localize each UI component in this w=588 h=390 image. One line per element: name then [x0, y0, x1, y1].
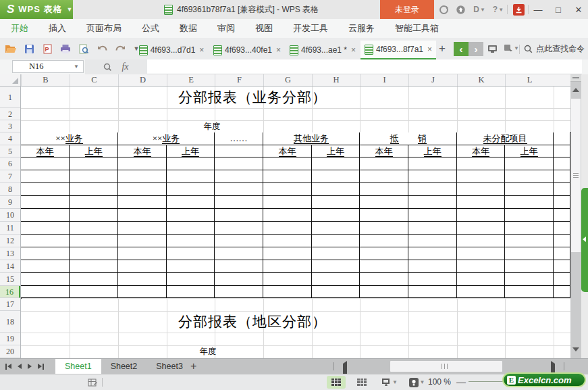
table-body-cell[interactable]	[263, 247, 312, 260]
table-body-cell[interactable]	[215, 222, 263, 235]
last-sheet-button[interactable]	[38, 364, 44, 370]
table-body-cell[interactable]	[312, 196, 360, 209]
table-body-cell[interactable]	[167, 260, 215, 273]
table-body-cell[interactable]	[554, 183, 570, 196]
table-body-cell[interactable]	[21, 273, 70, 286]
maximize-button[interactable]: □	[551, 0, 566, 19]
table-body-cell[interactable]	[505, 170, 554, 183]
export-pdf-icon[interactable]: P	[41, 43, 53, 55]
table-body-cell[interactable]	[408, 157, 457, 170]
menu-tab-9[interactable]: 云服务	[348, 22, 375, 34]
column-header-F[interactable]: F	[215, 74, 263, 86]
table-body-cell[interactable]	[457, 286, 505, 298]
table-body-cell[interactable]	[360, 196, 408, 209]
table-body-cell[interactable]	[167, 273, 215, 286]
table-body-cell[interactable]	[312, 235, 360, 247]
table-header-group[interactable]: ××业务	[21, 132, 118, 145]
column-header-D[interactable]: D	[118, 74, 167, 86]
prev-sheet-button[interactable]	[18, 364, 22, 369]
table-body-cell[interactable]	[505, 209, 554, 222]
column-header-B[interactable]: B	[21, 74, 70, 86]
normal-view-button[interactable]	[327, 376, 346, 389]
table-body-cell[interactable]	[457, 222, 505, 235]
table-body-cell[interactable]	[505, 260, 554, 273]
redo-icon[interactable]	[114, 43, 126, 55]
vertical-scrollbar[interactable]	[570, 74, 581, 358]
table-body-cell[interactable]	[554, 222, 570, 235]
table-body-cell[interactable]	[167, 170, 215, 183]
table-body-cell[interactable]	[167, 247, 215, 260]
table-body-cell[interactable]	[21, 286, 70, 298]
table-body-cell[interactable]	[457, 260, 505, 273]
table-header-group[interactable]: 未分配项目	[457, 132, 554, 145]
table-body-cell[interactable]	[118, 260, 167, 273]
table-body-cell[interactable]	[505, 247, 554, 260]
table-body-cell[interactable]	[554, 260, 570, 273]
close-button[interactable]: ✕	[571, 0, 586, 19]
row-header-11[interactable]: 11	[0, 222, 20, 235]
undo-icon[interactable]	[96, 43, 108, 55]
table-body-cell[interactable]	[70, 222, 118, 235]
table-body-cell[interactable]	[263, 235, 312, 247]
scroll-down-button[interactable]	[570, 341, 581, 358]
table-header-group[interactable]: ××业务	[118, 132, 215, 145]
sync-icon[interactable]	[453, 0, 468, 19]
table-body-cell[interactable]	[215, 260, 263, 273]
table-body-cell[interactable]	[360, 286, 408, 298]
table-body-cell[interactable]	[167, 222, 215, 235]
row-header-8[interactable]: 8	[0, 183, 20, 196]
table-body-cell[interactable]	[505, 222, 554, 235]
refresh-icon[interactable]	[436, 0, 451, 19]
table-body-cell[interactable]	[408, 170, 457, 183]
table-body-cell[interactable]	[215, 286, 263, 298]
table-body-cell[interactable]	[70, 247, 118, 260]
table-body-cell[interactable]	[70, 183, 118, 196]
row-header-5[interactable]: 5	[0, 145, 20, 157]
table-body-cell[interactable]	[457, 183, 505, 196]
table-body-cell[interactable]	[118, 235, 167, 247]
column-header-L[interactable]: L	[505, 74, 554, 86]
table-body-cell[interactable]	[360, 157, 408, 170]
table-body-cell[interactable]	[505, 157, 554, 170]
print-preview-icon[interactable]	[78, 43, 90, 55]
row-header-18[interactable]: 18	[0, 311, 20, 333]
table-body-cell[interactable]	[70, 209, 118, 222]
table-subheader[interactable]: 本年	[118, 145, 167, 157]
workspace-icon[interactable]: ▼	[504, 44, 519, 53]
table-body-cell[interactable]	[554, 286, 570, 298]
table-body-cell[interactable]	[360, 273, 408, 286]
table-body-cell[interactable]	[360, 170, 408, 183]
table-header-group[interactable]	[554, 132, 570, 145]
horizontal-scroll-thumb[interactable]	[390, 361, 502, 372]
sheet-tab-sheet2[interactable]: Sheet2	[101, 359, 147, 374]
row-header-4[interactable]: 4	[0, 132, 20, 145]
table-body-cell[interactable]	[408, 196, 457, 209]
close-tab-icon[interactable]: ×	[276, 45, 281, 55]
row-header-19[interactable]: 19	[0, 333, 20, 345]
table-body-cell[interactable]	[408, 209, 457, 222]
vertical-scroll-thumb[interactable]	[571, 99, 581, 252]
menu-tab-6[interactable]: 审阅	[217, 22, 235, 34]
table-body-cell[interactable]	[408, 273, 457, 286]
save-icon[interactable]	[23, 43, 35, 55]
table-subheader[interactable]: 本年	[263, 145, 312, 157]
download-icon[interactable]	[510, 0, 527, 19]
document-tab-2[interactable]: 4f693...40fe1×	[209, 41, 285, 59]
table-body-cell[interactable]	[167, 286, 215, 298]
insert-function-icon[interactable]: fx	[122, 62, 128, 72]
row-header-9[interactable]: 9	[0, 196, 20, 209]
page-layout-view-button[interactable]: ▼	[378, 376, 401, 389]
table-body-cell[interactable]	[360, 183, 408, 196]
table-body-cell[interactable]	[360, 247, 408, 260]
table-body-cell[interactable]	[360, 209, 408, 222]
row-header-6[interactable]: 6	[0, 157, 20, 170]
table-body-cell[interactable]	[554, 273, 570, 286]
table-body-cell[interactable]	[118, 273, 167, 286]
row-header-15[interactable]: 15	[0, 273, 20, 286]
table-body-cell[interactable]	[408, 260, 457, 273]
add-sheet-button[interactable]: +	[190, 359, 196, 374]
table-body-cell[interactable]	[21, 157, 70, 170]
table-body-cell[interactable]	[263, 157, 312, 170]
switch-window-icon[interactable]	[487, 44, 498, 56]
table-body-cell[interactable]	[118, 209, 167, 222]
